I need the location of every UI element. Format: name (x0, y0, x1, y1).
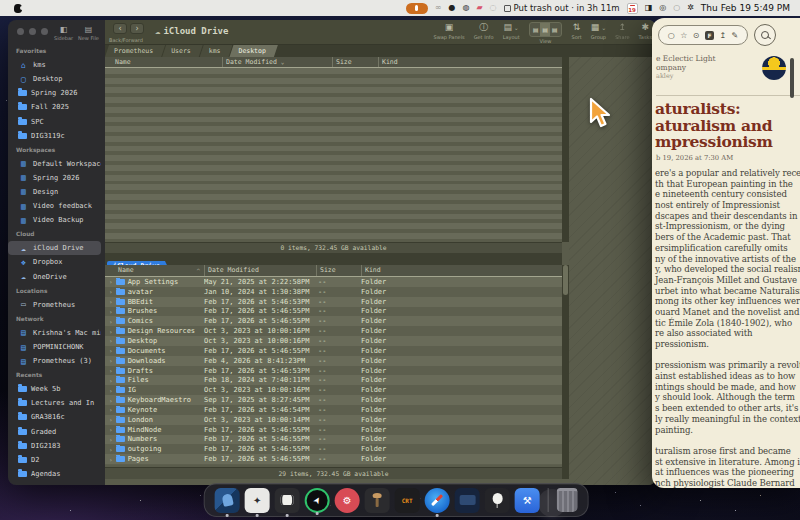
sidebar-item[interactable]: Favorites (8, 44, 101, 58)
disclosure-triangle-icon[interactable]: › (109, 387, 113, 394)
sidebar-item[interactable]: iCloud Drive (8, 241, 101, 255)
sidebar-toggle-button[interactable]: ◧ Sidebar (54, 25, 73, 41)
table-row[interactable]: › avatar Jan 10, 2024 at 1:30:38PM -- Fo… (105, 287, 562, 297)
compose-icon[interactable]: ✎ (732, 31, 739, 40)
record-icon[interactable]: ● (448, 0, 455, 16)
table-row[interactable]: › Brushes Feb 17, 2026 at 5:46:55PM -- F… (105, 307, 562, 317)
table-row[interactable]: › IG Oct 3, 2023 at 10:00:16PM -- Folder (105, 385, 562, 395)
disclosure-triangle-icon[interactable]: › (109, 337, 113, 344)
dock-safari[interactable] (425, 488, 450, 513)
sidebar-item[interactable]: Spring 2026 (8, 86, 101, 100)
sidebar-item[interactable]: Krishna's Mac mini (8, 326, 101, 340)
sidebar-item[interactable]: Fall 2025 (8, 100, 101, 114)
sidebar-item[interactable]: Recents (8, 368, 101, 382)
disclosure-triangle-icon[interactable]: › (109, 426, 113, 433)
sidebar-item[interactable]: Desktop (8, 72, 101, 86)
table-row[interactable]: › Desktop Oct 3, 2023 at 10:00:16PM -- F… (105, 336, 562, 346)
link-icon[interactable]: ∞ (435, 0, 442, 16)
reader-scrollbar-thumb[interactable] (790, 58, 794, 98)
disclosure-triangle-icon[interactable]: › (109, 298, 113, 305)
table-row[interactable]: › App Settings May 21, 2025 at 2:22:58PM… (105, 277, 562, 287)
breadcrumb-segment[interactable]: Desktop (229, 45, 277, 57)
sidebar-item[interactable]: Video feedback (8, 199, 101, 213)
share-icon[interactable]: ↥ (719, 31, 726, 40)
forward-button[interactable]: › (130, 23, 144, 34)
disclosure-triangle-icon[interactable]: › (109, 397, 113, 404)
zoom-button[interactable] (41, 28, 48, 35)
table-row[interactable]: › BBEdit Feb 17, 2026 at 5:46:53PM -- Fo… (105, 297, 562, 307)
history-icon[interactable]: ⊙ (693, 31, 700, 40)
view-segmented-control[interactable]: ▤ ▤ ▤ View (529, 22, 563, 44)
site-favicon[interactable]: F (705, 31, 714, 40)
dock-display-app[interactable] (455, 488, 480, 513)
column-header-size[interactable]: Size (332, 57, 378, 67)
table-row[interactable]: › Downloads Feb 4, 2026 at 8:41:23PM -- … (105, 356, 562, 366)
disclosure-triangle-icon[interactable]: › (109, 347, 113, 354)
dock-pathfinder[interactable]: ✦ (245, 488, 270, 513)
sidebar-item[interactable]: Dropbox (8, 255, 101, 269)
sidebar-item[interactable]: D2 (8, 453, 101, 467)
close-button[interactable] (17, 28, 24, 35)
voice-control-indicator[interactable] (406, 3, 428, 14)
sort-button[interactable]: ⇅ Sort (571, 22, 581, 40)
table-row[interactable]: › Documents Feb 17, 2026 at 5:46:55PM --… (105, 346, 562, 356)
disclosure-triangle-icon[interactable]: › (109, 367, 113, 374)
tab-overview-icon[interactable]: ○ (668, 31, 675, 40)
sidebar-item[interactable]: Prometheus (8, 298, 101, 312)
shortcuts-icon[interactable]: ✲ (687, 0, 694, 16)
sidebar-item[interactable]: Cloud (8, 227, 101, 241)
sidebar-item[interactable]: Design (8, 185, 101, 199)
column-header-size[interactable]: Size (316, 265, 361, 276)
sync-icon[interactable]: ◌ (490, 0, 497, 16)
column-header-name[interactable]: Name^ (105, 265, 204, 276)
new-file-button[interactable]: ▤ New File (78, 25, 99, 41)
sidebar-item[interactable]: Default Workspace (8, 157, 101, 171)
bookmark-star-icon[interactable]: ☆ (680, 31, 687, 40)
disclosure-triangle-icon[interactable]: › (109, 328, 113, 335)
bottom-pane-scrollbar[interactable] (562, 265, 569, 479)
column-header-kind[interactable]: Kind (361, 265, 562, 276)
disclosure-triangle-icon[interactable]: › (109, 318, 113, 325)
disclosure-triangle-icon[interactable]: › (109, 416, 113, 423)
sidebar-item[interactable]: Spring 2026 (8, 171, 101, 185)
dock-lamp-app[interactable] (365, 488, 390, 513)
calendar-icon[interactable]: 19 (627, 3, 638, 14)
disclosure-triangle-icon[interactable]: › (109, 436, 113, 443)
table-row[interactable]: › Pages Feb 17, 2026 at 5:46:55PM -- Fol… (105, 454, 562, 464)
sidebar-item[interactable]: Agendas (8, 467, 101, 481)
column-header-date[interactable]: Date Modified ⌄ (222, 57, 332, 67)
top-pane-file-list[interactable] (105, 68, 562, 242)
dock-toolbox-app[interactable]: ⚒ (515, 488, 540, 513)
table-row[interactable]: › MindNode Feb 17, 2026 at 5:46:55PM -- … (105, 425, 562, 435)
group-button[interactable]: ▦ Group (591, 22, 606, 40)
menubar-clock[interactable]: Thu Feb 19 5:49 PM (701, 3, 790, 13)
swap-panels-button[interactable]: ▣ Swap Panels (433, 22, 464, 40)
disclosure-triangle-icon[interactable]: › (109, 357, 113, 364)
keyboard-icon[interactable]: ◨ (645, 0, 653, 16)
dock-trash[interactable] (557, 488, 578, 512)
dock-blue-person-app[interactable] (215, 488, 240, 513)
column-header-kind[interactable]: Kind (378, 57, 562, 67)
get-info-button[interactable]: ⓘ Get Info (474, 22, 494, 40)
table-row[interactable]: › Numbers Feb 17, 2026 at 5:46:55PM -- F… (105, 435, 562, 445)
breadcrumb-segment[interactable]: kms (200, 45, 233, 57)
sidebar-item[interactable]: DIG3119c (8, 129, 101, 143)
disclosure-triangle-icon[interactable]: › (109, 278, 113, 285)
sidebar-item[interactable]: Workspaces (8, 143, 101, 157)
sidebar-item[interactable]: Week 5b (8, 382, 101, 396)
sidebar-item[interactable]: Video Backup (8, 213, 101, 227)
sidebar-item[interactable]: SPC (8, 114, 101, 128)
dock-robot-app[interactable] (275, 488, 300, 513)
disclosure-triangle-icon[interactable]: › (109, 446, 113, 453)
table-row[interactable]: › London Oct 3, 2023 at 10:00:14PM -- Fo… (105, 415, 562, 425)
disclosure-triangle-icon[interactable]: › (109, 288, 113, 295)
disclosure-triangle-icon[interactable]: › (109, 308, 113, 315)
dock-crt-terminal[interactable]: CRT (395, 488, 420, 513)
top-pane-scrollbar[interactable] (562, 57, 569, 242)
dock-red-gear-app[interactable]: ⚙ (335, 488, 360, 513)
disclosure-triangle-icon[interactable]: › (109, 377, 113, 384)
layout-button[interactable]: ▤ Layout (503, 22, 520, 40)
control-center-icon[interactable]: ◎ (659, 0, 666, 16)
back-button[interactable]: ‹ (113, 23, 127, 34)
sidebar-item[interactable]: OneDrive (8, 270, 101, 284)
